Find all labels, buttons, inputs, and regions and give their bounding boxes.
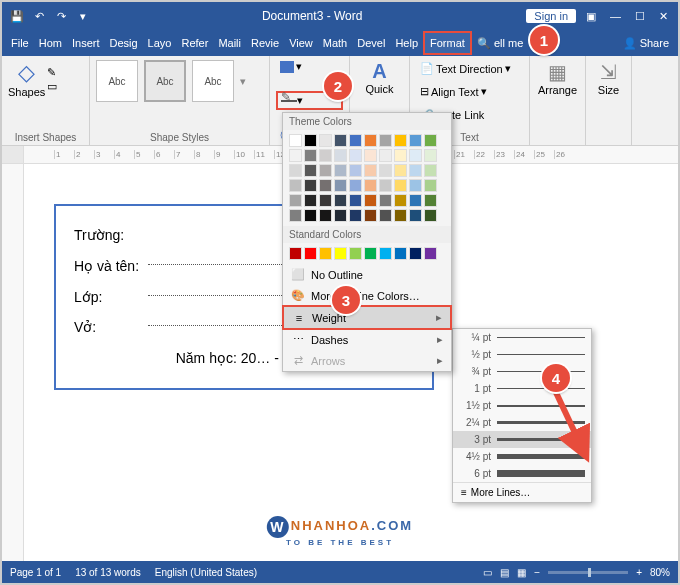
minimize-icon[interactable]: — [610,10,621,23]
color-swatch[interactable] [379,149,392,162]
color-swatch[interactable] [364,149,377,162]
redo-icon[interactable]: ↷ [52,7,70,25]
color-swatch[interactable] [289,164,302,177]
weight-item[interactable]: ≡ Weight ▸ [282,305,452,330]
shape-style-2[interactable]: Abc [144,60,186,102]
edit-shape-icon[interactable]: ✎ [47,66,57,79]
weight-option[interactable]: 4½ pt [453,448,591,465]
color-swatch[interactable] [304,194,317,207]
color-swatch[interactable] [319,149,332,162]
quick-styles-button[interactable]: A Quick [356,60,403,95]
ribbon-options-icon[interactable]: ▣ [586,10,596,23]
color-swatch[interactable] [289,179,302,192]
color-swatch[interactable] [379,134,392,147]
zoom-in-icon[interactable]: + [636,567,642,578]
color-swatch[interactable] [334,247,347,260]
menu-home[interactable]: Hom [34,33,67,53]
color-swatch[interactable] [304,134,317,147]
color-swatch[interactable] [379,209,392,222]
arrange-button[interactable]: ▦ Arrange [536,60,579,96]
color-swatch[interactable] [304,247,317,260]
shapes-gallery-icon[interactable]: ◇ [18,60,35,86]
color-swatch[interactable] [334,164,347,177]
close-icon[interactable]: ✕ [659,10,668,23]
color-swatch[interactable] [409,164,422,177]
more-lines-item[interactable]: ≡ More Lines… [453,482,591,502]
zoom-slider[interactable] [548,571,628,574]
color-swatch[interactable] [319,134,332,147]
weight-option[interactable]: ½ pt [453,346,591,363]
color-swatch[interactable] [364,179,377,192]
color-swatch[interactable] [364,164,377,177]
weight-option[interactable]: 6 pt [453,465,591,482]
color-swatch[interactable] [394,194,407,207]
color-swatch[interactable] [409,247,422,260]
color-swatch[interactable] [379,247,392,260]
weight-option[interactable]: 3 pt [453,431,591,448]
color-swatch[interactable] [424,164,437,177]
menu-insert[interactable]: Insert [67,33,105,53]
sign-in-button[interactable]: Sign in [526,9,576,23]
theme-colors-grid[interactable] [283,130,451,226]
color-swatch[interactable] [364,209,377,222]
view-print-icon[interactable]: ▤ [500,567,509,578]
color-swatch[interactable] [349,149,362,162]
shape-style-1[interactable]: Abc [96,60,138,102]
color-swatch[interactable] [349,247,362,260]
weight-option[interactable]: 2¼ pt [453,414,591,431]
color-swatch[interactable] [424,209,437,222]
color-swatch[interactable] [394,247,407,260]
weight-option[interactable]: 1½ pt [453,397,591,414]
size-button[interactable]: ⇲ Size [592,60,625,96]
textbox-icon[interactable]: ▭ [47,80,57,93]
view-read-icon[interactable]: ▭ [483,567,492,578]
weight-option[interactable]: ¼ pt [453,329,591,346]
color-swatch[interactable] [394,164,407,177]
color-swatch[interactable] [379,194,392,207]
standard-colors-grid[interactable] [283,243,451,264]
color-swatch[interactable] [349,179,362,192]
color-swatch[interactable] [349,164,362,177]
menu-references[interactable]: Refer [176,33,213,53]
menu-developer[interactable]: Devel [352,33,390,53]
color-swatch[interactable] [334,149,347,162]
zoom-value[interactable]: 80% [650,567,670,578]
color-swatch[interactable] [409,134,422,147]
color-swatch[interactable] [349,194,362,207]
color-swatch[interactable] [319,179,332,192]
color-swatch[interactable] [424,134,437,147]
color-swatch[interactable] [349,209,362,222]
color-swatch[interactable] [424,247,437,260]
arrows-item[interactable]: ⇄ Arrows ▸ [283,350,451,371]
save-icon[interactable]: 💾 [8,7,26,25]
color-swatch[interactable] [394,179,407,192]
color-swatch[interactable] [394,134,407,147]
color-swatch[interactable] [304,209,317,222]
color-swatch[interactable] [379,179,392,192]
color-swatch[interactable] [289,149,302,162]
status-language[interactable]: English (United States) [155,567,257,578]
status-words[interactable]: 13 of 13 words [75,567,141,578]
color-swatch[interactable] [424,149,437,162]
color-swatch[interactable] [304,149,317,162]
weight-option[interactable]: ¾ pt [453,363,591,380]
status-page[interactable]: Page 1 of 1 [10,567,61,578]
color-swatch[interactable] [424,194,437,207]
color-swatch[interactable] [409,209,422,222]
color-swatch[interactable] [409,194,422,207]
menu-layout[interactable]: Layo [143,33,177,53]
color-swatch[interactable] [409,179,422,192]
menu-view[interactable]: View [284,33,318,53]
color-swatch[interactable] [334,209,347,222]
dashes-item[interactable]: ⋯ Dashes ▸ [283,329,451,350]
color-swatch[interactable] [364,247,377,260]
undo-icon[interactable]: ↶ [30,7,48,25]
menu-design[interactable]: Desig [104,33,142,53]
shape-style-3[interactable]: Abc [192,60,234,102]
color-swatch[interactable] [379,164,392,177]
shape-style-more-icon[interactable]: ▾ [240,75,246,88]
menu-math[interactable]: Math [318,33,352,53]
color-swatch[interactable] [364,194,377,207]
color-swatch[interactable] [304,164,317,177]
more-colors-item[interactable]: 🎨 More Outline Colors… [283,285,451,306]
